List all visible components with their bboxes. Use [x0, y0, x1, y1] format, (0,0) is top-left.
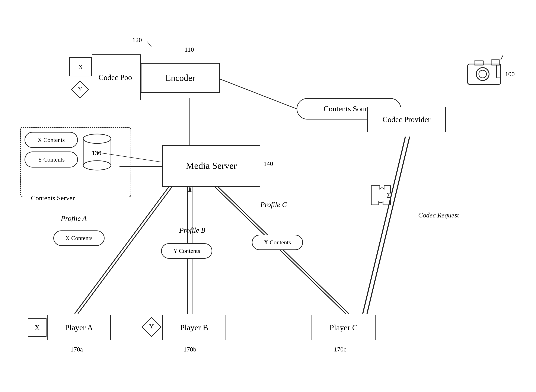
codec-x-item: X [69, 57, 92, 76]
player-b-box: Player B [162, 315, 226, 340]
profile-b-label: Profile B [179, 226, 205, 234]
svg-point-27 [83, 161, 111, 170]
svg-point-26 [83, 134, 111, 143]
encoder-box: Encoder [141, 63, 220, 93]
svg-text:Y: Y [78, 86, 82, 92]
player-c-box: Player C [312, 315, 376, 340]
ref-110: 110 [185, 46, 194, 53]
x-contents-c-pill: X Contents [252, 235, 303, 250]
y-contents-b-pill: Y Contents [161, 243, 212, 259]
media-server-box: Media Server [162, 145, 260, 187]
database-icon [81, 132, 113, 171]
svg-text:Y: Y [149, 323, 154, 330]
svg-line-22 [501, 56, 503, 60]
codec-pool-box: Codec Pool [92, 54, 141, 100]
ref-140: 140 [264, 160, 273, 167]
codec-provider-box: Codec Provider [367, 107, 446, 132]
player-a-box: Player A [47, 315, 111, 340]
ref-170b: 170b [183, 346, 196, 353]
ref-170c: 170c [334, 346, 346, 353]
svg-line-14 [147, 42, 151, 47]
camera-icon [463, 53, 506, 88]
puzzle-icon [367, 181, 395, 209]
x-contents-store-pill: X Contents [24, 132, 78, 148]
ref-170a: 170a [70, 346, 83, 353]
svg-line-11 [363, 137, 405, 314]
x-contents-a-pill: X Contents [53, 230, 105, 246]
codec-y-item: Y [70, 80, 90, 99]
contents-server-label: Contents Server [31, 194, 75, 202]
ref-120: 120 [132, 36, 142, 43]
svg-point-19 [479, 70, 486, 78]
y-contents-store-pill: Y Contents [24, 151, 78, 168]
profile-a-label: Profile A [61, 215, 87, 223]
svg-line-12 [367, 137, 410, 314]
codec-request-label: Codec Request [418, 211, 459, 219]
svg-line-1 [220, 79, 297, 109]
svg-rect-17 [468, 64, 501, 84]
profile-c-label: Profile C [260, 201, 287, 209]
svg-rect-23 [497, 65, 501, 78]
player-b-y-icon: Y [141, 316, 162, 338]
svg-point-18 [476, 68, 489, 80]
ref-100: 100 [505, 70, 515, 78]
player-a-x-icon: X [28, 318, 47, 337]
